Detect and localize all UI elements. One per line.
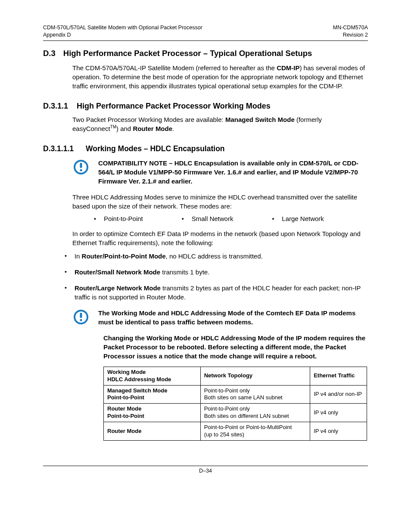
hdlc-modes-list: • Point-to-Point • Small Network • Large… [94, 215, 368, 222]
heading-d311: D.3.1.1 High Performance Packet Processo… [43, 102, 368, 111]
d3-intro-a: The CDM-570A/570AL-IP Satellite Modem (r… [72, 64, 277, 72]
d3-intro-bold: CDM-IP [277, 64, 299, 72]
table-cell: Router Mode [104, 422, 201, 441]
svg-rect-4 [80, 313, 82, 318]
hdlc-mode-label: Large Network [282, 215, 324, 222]
c12: IP v4 only [314, 409, 338, 416]
heading-d3111: D.3.1.1.1 Working Modes – HDLC Encapsula… [43, 144, 368, 153]
optimize-item: • In Router/Point-to-Point Mode, no HDLC… [65, 252, 368, 261]
optimize-item: • Router/Large Network Mode transmits 2 … [65, 283, 368, 302]
warning-note-text-1: The Working Mode and HDLC Addressing Mod… [98, 308, 368, 327]
table-row: Router Mode Point-to-Point or Point-to-M… [104, 422, 367, 441]
table-header-cell: Ethernet Traffic [310, 367, 367, 385]
heading-d3: D.3 High Performance Packet Processor – … [43, 49, 368, 58]
c21: Point-to-Point or Point-to-MultiPoint(up… [204, 424, 292, 438]
table-cell: IP v4 only [310, 422, 367, 441]
bullet-icon: • [272, 215, 274, 222]
hdlc-mode-label: Small Network [192, 215, 234, 222]
table-header-row: Working ModeHDLC Addressing Mode Network… [104, 367, 367, 385]
page-number: D–34 [43, 468, 368, 474]
optimize-intro: In order to optimize Comtech EF Data IP … [72, 229, 368, 247]
page-header: CDM-570L/570AL Satellite Modem with Opti… [43, 24, 368, 39]
optimize-item-text: In Router/Point-to-Point Mode, no HDLC a… [75, 252, 263, 261]
hdlc-body: Three HDLC Addressing Modes serve to min… [72, 193, 368, 211]
compatibility-note: COMPATIBILITY NOTE – HDLC Encapsulation … [72, 159, 368, 186]
table-row: Managed Switch ModePoint-to-Point Point-… [104, 385, 367, 404]
optimize-item: • Router/Small Network Mode transmits 1 … [65, 268, 368, 277]
opt0-a: In [75, 252, 82, 260]
table-cell: Point-to-Point onlyBoth sites on differe… [200, 404, 310, 422]
heading-d311-title: High Performance Packet Processor Workin… [77, 102, 271, 111]
optimize-body: In order to optimize Comtech EF Data IP … [72, 229, 368, 247]
header-left-line1: CDM-570L/570AL Satellite Modem with Opti… [43, 24, 202, 31]
compatibility-note-text: COMPATIBILITY NOTE – HDLC Encapsulation … [98, 159, 368, 186]
optimize-list: • In Router/Point-to-Point Mode, no HDLC… [65, 252, 368, 302]
header-right-line2: Revision 2 [333, 31, 368, 39]
c02: IP v4 and/or non-IP [314, 391, 362, 397]
header-rule [43, 40, 368, 41]
heading-d3111-number: D.3.1.1.1 [43, 144, 74, 153]
opt2-bold: Router/Large Network Mode [75, 284, 161, 292]
c10: Router ModePoint-to-Point [107, 405, 144, 419]
th2: Ethernet Traffic [314, 372, 355, 379]
header-right-line1: MN-CDM570A [333, 24, 368, 31]
header-left: CDM-570L/570AL Satellite Modem with Opti… [43, 24, 202, 39]
d311-text-c: ) and [116, 125, 133, 132]
d311-text-a: Two Packet Processor Working Modes are a… [72, 116, 225, 123]
c00: Managed Switch ModePoint-to-Point [107, 387, 167, 401]
hdlc-mode-item: • Large Network [272, 215, 324, 222]
svg-rect-1 [80, 163, 82, 168]
heading-d311-number: D.3.1.1 [43, 102, 68, 111]
table-cell: Router ModePoint-to-Point [104, 404, 201, 422]
hdlc-mode-item: • Small Network [182, 215, 234, 222]
table-cell: Point-to-Point onlyBoth sites on same LA… [200, 385, 310, 404]
opt0-b: , no HDLC address is transmitted. [166, 252, 263, 260]
d3-intro-paragraph: The CDM-570A/570AL-IP Satellite Modem (r… [72, 63, 368, 90]
d311-bold2: Router Mode [133, 125, 172, 132]
d311-text-d: . [172, 125, 174, 132]
opt1-bold: Router/Small Network Mode [75, 268, 160, 276]
table-cell: IP v4 only [310, 404, 367, 422]
alert-icon [72, 159, 90, 176]
table-header-cell: Network Topology [200, 367, 310, 385]
bullet-icon: • [65, 252, 67, 261]
table-header-cell: Working ModeHDLC Addressing Mode [104, 367, 201, 385]
header-left-line2: Appendix D [43, 31, 202, 39]
table-cell: IP v4 and/or non-IP [310, 385, 367, 404]
optimize-item-text: Router/Small Network Mode transmits 1 by… [75, 268, 209, 277]
svg-point-5 [80, 319, 82, 321]
document-page: CDM-570L/570AL Satellite Modem with Opti… [0, 0, 411, 532]
table-cell: Managed Switch ModePoint-to-Point [104, 385, 201, 404]
hdlc-intro: Three HDLC Addressing Modes serve to min… [72, 193, 368, 211]
trademark-superscript: TM [110, 124, 116, 129]
footer-rule [43, 466, 368, 466]
th1: Network Topology [204, 372, 252, 379]
table-cell: Point-to-Point or Point-to-MultiPoint(up… [200, 422, 310, 441]
th0: Working ModeHDLC Addressing Mode [107, 369, 171, 383]
heading-d3111-title: Working Modes – HDLC Encapsulation [86, 144, 225, 153]
c11: Point-to-Point onlyBoth sites on differe… [204, 405, 289, 419]
optimize-item-text: Router/Large Network Mode transmits 2 by… [75, 283, 368, 302]
alert-icon [72, 308, 90, 326]
opt1-b: transmits 1 byte. [160, 268, 209, 276]
hdlc-mode-item: • Point-to-Point [94, 215, 143, 222]
opt0-bold: Router/Point-to-Point Mode [82, 252, 166, 260]
table-row: Router ModePoint-to-Point Point-to-Point… [104, 404, 367, 422]
c20: Router Mode [107, 428, 141, 434]
d311-paragraph: Two Packet Processor Working Modes are a… [72, 115, 368, 133]
bullet-icon: • [182, 215, 184, 222]
hdlc-mode-label: Point-to-Point [104, 215, 143, 222]
modes-table: Working ModeHDLC Addressing Mode Network… [103, 367, 367, 441]
warning-note: The Working Mode and HDLC Addressing Mod… [72, 308, 368, 327]
header-right: MN-CDM570A Revision 2 [333, 24, 368, 39]
bullet-icon: • [94, 215, 96, 222]
d311-bold1: Managed Switch Mode [225, 116, 295, 123]
heading-d3-title: High Performance Packet Processor – Typi… [63, 49, 312, 58]
heading-d3-number: D.3 [43, 49, 56, 58]
svg-point-2 [80, 169, 82, 171]
bullet-icon: • [65, 283, 67, 302]
d311-body: Two Packet Processor Working Modes are a… [72, 115, 368, 133]
bullet-icon: • [65, 268, 67, 277]
d3-body: The CDM-570A/570AL-IP Satellite Modem (r… [72, 63, 368, 90]
warning-note-text-2: Changing the Working Mode or HDLC Addres… [103, 333, 368, 361]
